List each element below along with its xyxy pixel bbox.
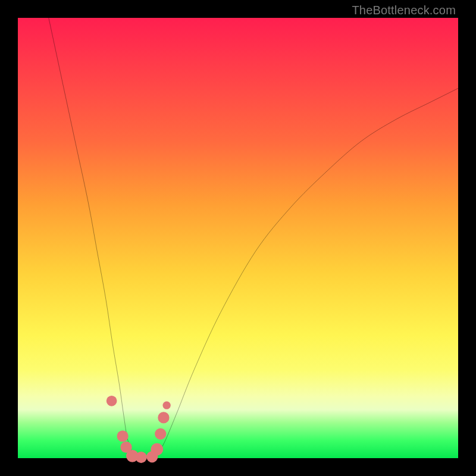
watermark-text: TheBottleneck.com	[352, 4, 456, 17]
chart-frame: TheBottleneck.com	[0, 0, 476, 476]
marker-dot	[151, 443, 163, 456]
marker-dot	[136, 452, 147, 463]
marker-dot	[117, 430, 129, 441]
curve-layer	[49, 18, 458, 458]
chart-svg	[18, 18, 458, 458]
bottleneck-curve-path	[49, 18, 458, 458]
marker-dot	[155, 428, 166, 440]
marker-dot	[158, 412, 169, 423]
marker-dot	[162, 402, 170, 409]
curve-markers	[107, 396, 171, 463]
plot-area	[18, 18, 458, 458]
marker-dot	[107, 396, 117, 406]
